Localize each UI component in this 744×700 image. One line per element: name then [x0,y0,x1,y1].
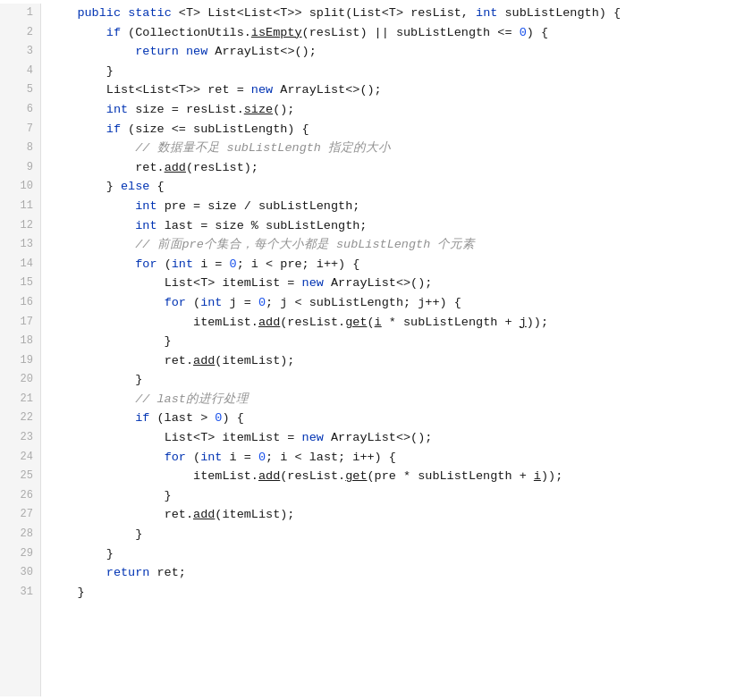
token: int [172,255,193,274]
breakpoint-slot[interactable] [0,467,14,486]
breakpoint-slot[interactable] [0,4,14,23]
breakpoint-slot[interactable] [0,332,14,351]
line-number: 22 [18,409,37,428]
token: ; i < last; i++) { [266,448,396,468]
token: * subListLength + [382,313,520,333]
breakpoint-slot[interactable] [0,100,14,120]
code-line: List<T> itemList = new ArrayList<>(); [48,428,744,448]
code-line: if (size <= subListLength) { [48,120,744,139]
breakpoint-slot[interactable] [0,23,14,43]
token: (); [273,100,294,120]
line-number: 20 [18,370,37,390]
breakpoint-slot[interactable] [0,62,14,81]
token [48,409,135,428]
breakpoint-slot[interactable] [0,197,14,216]
breakpoint-slot[interactable] [0,313,14,333]
breakpoint-slot[interactable] [0,255,14,274]
token [48,467,193,486]
breakpoint-slot[interactable] [0,544,14,564]
token: List [165,428,193,448]
line-number: 16 [18,293,37,313]
breakpoint-slot[interactable] [0,235,14,255]
breakpoint-slot[interactable] [0,139,14,158]
token: <T> [172,4,208,23]
token: subListLength) { [497,4,621,23]
token: <T> itemList = [193,274,302,293]
token: return [106,563,150,583]
breakpoint-slot[interactable] [0,80,14,100]
code-line: } [48,486,744,506]
breakpoint-slot[interactable] [0,563,14,583]
token: i = [222,448,258,468]
line-number: 15 [18,274,37,293]
token [207,42,215,62]
breakpoint-slot[interactable] [0,216,14,236]
breakpoint-slot[interactable] [0,583,14,603]
token: <> [396,428,410,448]
token: for [165,293,186,313]
line-number: 24 [18,448,37,468]
code-line: } [48,332,744,351]
token: add [193,351,215,371]
token: 0 [258,448,266,468]
token: split [309,4,346,23]
code-line: itemList.add(resList.get(i * subListLeng… [48,313,744,333]
code-line: } [48,370,744,390]
token: (); [294,42,316,62]
token: new [251,80,273,100]
breakpoint-slot[interactable] [0,486,14,506]
line-number: 4 [18,62,37,81]
breakpoint-slot[interactable] [0,158,14,178]
token: } [48,332,172,351]
code-line: } [48,583,744,603]
code-line: for (int i = 0; i < last; i++) { [48,448,744,468]
token: ArrayList [215,42,280,62]
breakpoint-slot[interactable] [0,390,14,409]
token: int [106,100,128,120]
breakpoint-slot[interactable] [0,120,14,139]
breakpoint-slot[interactable] [0,525,14,544]
breakpoint-slot[interactable] [0,177,14,197]
token: else [121,177,149,197]
line-number: 30 [18,563,37,583]
token: } [48,544,114,564]
token [121,4,128,23]
token: (itemList); [215,505,294,525]
breakpoint-slot[interactable] [0,428,14,448]
breakpoint-slot[interactable] [0,274,14,293]
token: int [135,216,156,236]
token: } [48,583,85,603]
token: ( [186,448,200,468]
token: itemList. [193,313,258,333]
code-line: if (CollectionUtils.isEmpty(resList) || … [48,23,744,43]
token: new [302,274,324,293]
line-number: 28 [18,525,37,544]
token: pre = size / subListLength; [157,197,360,216]
line-number: 29 [18,544,37,564]
token: j = [222,293,258,313]
breakpoint-slot[interactable] [0,293,14,313]
token: <> [345,80,359,100]
breakpoint-gutter[interactable] [0,4,14,696]
line-number: 12 [18,216,37,236]
token: List [244,4,273,23]
token: get [345,467,367,486]
token: new [186,42,207,62]
breakpoint-slot[interactable] [0,42,14,62]
token: <T> itemList = [193,428,302,448]
token: size = resList. [128,100,244,120]
token: ret. [165,351,193,371]
token [48,139,135,158]
line-number: 11 [18,197,37,216]
token: i [534,467,541,486]
token: } [48,486,172,506]
breakpoint-slot[interactable] [0,409,14,428]
breakpoint-slot[interactable] [0,351,14,371]
token: <> [280,42,294,62]
breakpoint-slot[interactable] [0,505,14,525]
token [48,23,106,43]
breakpoint-slot[interactable] [0,370,14,390]
breakpoint-slot[interactable] [0,448,14,468]
line-number: 25 [18,467,37,486]
code-line: return ret; [48,563,744,583]
